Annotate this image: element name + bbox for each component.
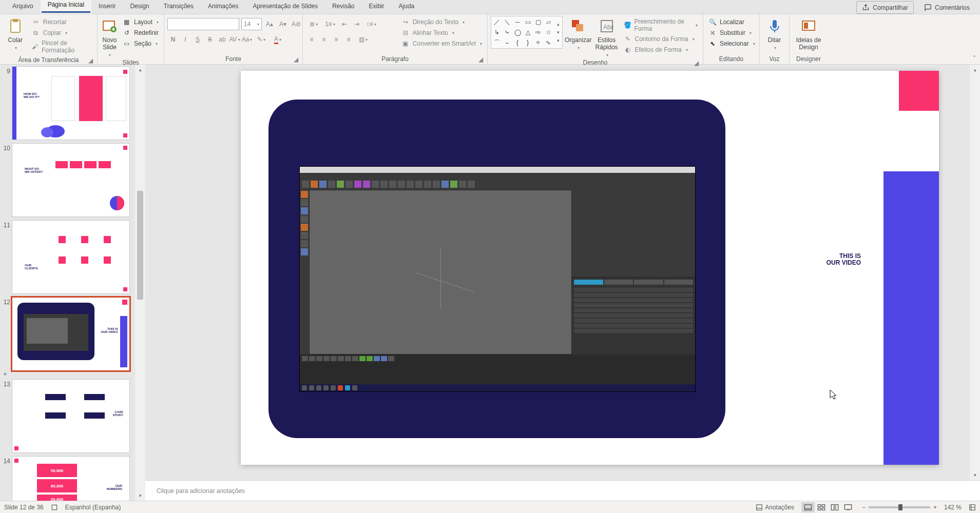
increase-indent-button[interactable]: ⇥	[351, 18, 362, 30]
zoom-in-button[interactable]: +	[933, 504, 937, 511]
comments-button[interactable]: Comentários	[919, 1, 975, 14]
thumbnail-slide-11[interactable]: 11 OURCLIENTS	[0, 221, 133, 293]
menu-review[interactable]: Revisão	[325, 0, 361, 14]
shape-connector-icon[interactable]: ↳	[492, 28, 502, 37]
slide-heading[interactable]: THIS IS OUR VIDEO	[827, 253, 861, 266]
scroll-down-icon[interactable]: ▾	[971, 471, 979, 479]
dictate-button[interactable]: Ditar ▾	[763, 16, 786, 50]
menu-transitions[interactable]: Transições	[157, 0, 201, 14]
thumbnail-slide-12[interactable]: 12 THIS ISOUR VIDEO	[0, 298, 133, 370]
text-direction-button[interactable]: ↪ Direção do Texto ▾	[399, 17, 484, 27]
slide-thumbnails-list[interactable]: 9 HOW DOWE DO IT? 10 WHAT DOWE OFFE	[0, 65, 135, 501]
view-reading-button[interactable]	[828, 502, 841, 512]
video-placeholder[interactable]	[299, 166, 696, 392]
clear-formatting-button[interactable]: A⊘	[291, 18, 302, 30]
shape-arrow-icon[interactable]: ⇨	[533, 28, 543, 37]
slide-position[interactable]: Slide 12 de 36	[4, 504, 44, 511]
align-right-button[interactable]: ≡	[331, 33, 342, 46]
canvas-scrollbar[interactable]: ▴ ▾	[970, 65, 980, 480]
zoom-knob[interactable]	[898, 504, 902, 510]
shape-effects-button[interactable]: ◐ Efeitos de Forma ▾	[622, 45, 700, 55]
zoom-value[interactable]: 142 %	[944, 504, 962, 511]
font-name-combo[interactable]	[167, 18, 239, 30]
find-button[interactable]: 🔍 Localizar	[706, 17, 757, 27]
align-left-button[interactable]: ≡	[306, 33, 317, 46]
shape-scribble-icon[interactable]: ∿	[544, 38, 553, 47]
design-ideas-button[interactable]: Ideias de Design	[793, 16, 824, 51]
decor-purple-bar[interactable]	[883, 171, 939, 465]
zoom-out-button[interactable]: −	[862, 504, 866, 511]
align-center-button[interactable]: ≡	[318, 33, 330, 46]
decor-pink-square[interactable]	[899, 71, 939, 111]
thumbnail-slide-14[interactable]: 14 50,000 80,000 20,000 OURNUMBERS	[0, 457, 133, 501]
shape-callout-icon[interactable]: ✧	[533, 38, 543, 47]
replace-button[interactable]: ⤭ Substituir ▾	[706, 28, 757, 38]
collapse-ribbon-icon[interactable]: ˄	[973, 55, 976, 62]
menu-help[interactable]: Ajuda	[392, 0, 422, 14]
menu-file[interactable]: Arquivo	[5, 0, 41, 14]
shape-rect-icon[interactable]: ▱	[544, 17, 553, 27]
select-button[interactable]: ⬉ Selecionar ▾	[706, 38, 757, 49]
cut-button[interactable]: ✂ Recortar	[30, 17, 94, 27]
language-button[interactable]: Espanhol (Espanha)	[65, 504, 121, 511]
scroll-up-icon[interactable]: ▴	[971, 66, 979, 74]
menu-slideshow[interactable]: Apresentação de Slides	[245, 0, 325, 14]
menu-view[interactable]: Exibir	[362, 0, 392, 14]
thumbnail-scrollbar[interactable]: ▴ ▾	[135, 65, 145, 501]
reset-button[interactable]: ↺ Redefinir	[121, 28, 161, 38]
slide-canvas[interactable]: THIS IS OUR VIDEO	[241, 71, 939, 465]
change-case-button[interactable]: Aa▾	[241, 33, 253, 46]
view-sorter-button[interactable]	[815, 502, 828, 512]
decrease-font-button[interactable]: A▾	[277, 18, 289, 30]
font-color-button[interactable]: A▾	[270, 33, 285, 46]
italic-button[interactable]: I	[180, 33, 191, 46]
dialog-launcher-icon[interactable]: ◢	[477, 56, 484, 63]
view-normal-button[interactable]	[801, 502, 815, 512]
columns-button[interactable]: ▥▾	[355, 33, 371, 46]
underline-button[interactable]: S	[192, 33, 203, 46]
shape-outline-button[interactable]: ✎ Contorno da Forma ▾	[622, 34, 700, 44]
format-painter-button[interactable]: 🖌 Pincel de Formatação	[30, 38, 94, 55]
quick-styles-button[interactable]: Abc Estilos Rápidos ▾	[594, 16, 620, 57]
arrange-button[interactable]: Organizar ▾	[565, 16, 592, 50]
character-spacing-button[interactable]: AV▾	[229, 33, 240, 46]
shape-curve-icon[interactable]: ⌣	[503, 38, 512, 47]
dialog-launcher-icon[interactable]: ◢	[87, 57, 94, 64]
shape-oval-icon[interactable]: ◯	[513, 28, 522, 37]
font-size-combo[interactable]: 14▾	[241, 18, 262, 30]
shape-line-icon[interactable]: ＼	[503, 17, 512, 27]
bold-button[interactable]: N	[167, 33, 179, 46]
copy-button[interactable]: ⧉ Copiar ▾	[30, 28, 94, 38]
numbering-button[interactable]: 1≡▾	[322, 18, 338, 30]
bullets-button[interactable]: ≣▾	[306, 18, 321, 30]
increase-font-button[interactable]: A▴	[264, 18, 275, 30]
gallery-up-icon[interactable]: ▴	[554, 20, 562, 28]
align-text-button[interactable]: ⊟ Alinhar Texto ▾	[399, 28, 484, 38]
highlight-button[interactable]: ✎▾	[254, 33, 269, 46]
smartart-button[interactable]: ▣ Converter em SmartArt ▾	[399, 38, 484, 49]
section-button[interactable]: ▭ Seção ▾	[121, 38, 161, 49]
menu-home[interactable]: Página Inicial	[41, 0, 91, 14]
thumbnail-slide-10[interactable]: 10 WHAT DOWE OFFER?	[0, 144, 133, 216]
shapes-gallery[interactable]: ／ ＼ ─ ▭ ▢ ▱ ↳ ⤷ ◯ △ ⇨ ☆ ⌒ ⌣ { } ✧	[491, 16, 554, 48]
dialog-launcher-icon[interactable]: ◢	[292, 56, 299, 63]
shape-line-icon[interactable]: ─	[513, 17, 522, 27]
menu-design[interactable]: Design	[123, 0, 156, 14]
view-slideshow-button[interactable]	[841, 502, 855, 512]
scroll-down-icon[interactable]: ▾	[136, 491, 144, 500]
text-shadow-button[interactable]: ab	[217, 33, 228, 46]
layout-button[interactable]: ▦ Layout ▾	[121, 17, 161, 27]
shape-rect-icon[interactable]: ▢	[533, 17, 543, 27]
share-button[interactable]: Compartilhar	[856, 1, 914, 14]
accessibility-button[interactable]	[51, 504, 58, 511]
shape-star-icon[interactable]: ☆	[544, 28, 553, 37]
paste-button[interactable]: Colar ▾	[3, 16, 28, 50]
thumbnail-slide-13[interactable]: 13 CASESTUDY	[0, 380, 133, 452]
shape-line-icon[interactable]: ／	[492, 17, 502, 27]
shape-brace-icon[interactable]: {	[513, 38, 522, 47]
shape-connector-icon[interactable]: ⤷	[503, 28, 512, 37]
shape-fill-button[interactable]: 🪣 Preenchimento de Forma ▾	[622, 17, 700, 33]
thumbnail-slide-9[interactable]: 9 HOW DOWE DO IT?	[0, 67, 133, 140]
gallery-down-icon[interactable]: ▾	[554, 28, 562, 36]
decrease-indent-button[interactable]: ⇤	[339, 18, 350, 30]
